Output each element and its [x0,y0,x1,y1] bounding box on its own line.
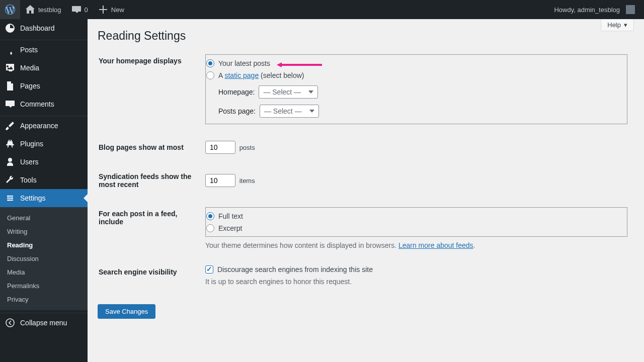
my-account-item[interactable]: Howdy, admin_tesblog [549,0,640,19]
svg-point-1 [12,198,13,199]
caret-down-icon: ▾ [624,21,627,29]
plus-icon [98,5,108,15]
brush-icon [5,121,15,131]
wp-logo-item[interactable] [0,0,20,19]
sidebar-label: Pages [20,82,40,90]
site-name: testblog [38,6,61,14]
sidebar-label: Users [20,158,39,166]
latest-posts-radio[interactable] [206,59,214,67]
sidebar-item-users[interactable]: Users [0,153,88,171]
submenu-item-privacy[interactable]: Privacy [0,293,88,306]
feed-include-label: For each post in a feed, include [99,200,199,257]
svg-point-0 [8,196,9,197]
blog-pages-suffix: posts [239,144,255,151]
static-page-radio[interactable] [206,71,214,79]
posts-page-select-label: Posts page: [218,107,256,115]
pin-icon [5,45,15,55]
static-page-link[interactable]: static page [224,71,259,79]
howdy-text: Howdy, admin_tesblog [554,6,620,14]
sidebar-item-appearance[interactable]: Appearance [0,117,88,135]
syndication-input[interactable] [205,174,235,187]
syndication-suffix: items [239,177,255,185]
search-visibility-label: Search engine visibility [99,258,199,293]
page-wrap: Reading Settings Your homepage displays … [88,19,644,329]
comment-icon [71,5,82,15]
sidebar-item-plugins[interactable]: Plugins [0,135,88,153]
save-button[interactable]: Save Changes [98,304,155,319]
static-page-label[interactable]: A static page (select below) [206,71,627,79]
submenu-item-discussion[interactable]: Discussion [0,252,88,265]
collapse-icon [5,318,15,328]
discourage-label[interactable]: Discourage search engines from indexing … [205,265,628,274]
avatar-icon [626,5,635,14]
main-content: Help ▾ Reading Settings Your homepage di… [88,19,644,329]
help-label: Help [607,21,621,29]
sidebar-item-media[interactable]: Media [0,59,88,77]
full-text-label[interactable]: Full text [206,212,627,220]
separator [0,114,88,116]
feed-description: Your theme determines how content is dis… [205,241,628,249]
full-text-radio[interactable] [206,212,214,220]
sidebar-label: Comments [20,100,54,108]
sidebar-label: Appearance [20,122,58,130]
collapse-menu-item[interactable]: Collapse menu [0,314,88,329]
help-tab[interactable]: Help ▾ [601,19,634,31]
sidebar-label: Tools [20,176,37,184]
homepage-select[interactable]: — Select — [259,85,318,99]
sidebar-item-pages[interactable]: Pages [0,77,88,95]
feed-include-fieldset: Full text Excerpt [205,207,628,237]
excerpt-text: Excerpt [218,224,242,232]
excerpt-label[interactable]: Excerpt [206,224,627,232]
collapse-label: Collapse menu [20,319,67,327]
user-icon [5,157,15,167]
discourage-text: Discourage search engines from indexing … [217,265,373,274]
wordpress-icon [5,5,15,15]
posts-page-select[interactable]: — Select — [260,105,319,118]
comment-icon [5,99,15,109]
separator [0,38,88,40]
home-icon [25,5,35,15]
page-title: Reading Settings [98,24,634,46]
page-icon [5,81,15,91]
sidebar-item-tools[interactable]: Tools [0,171,88,189]
svg-point-3 [6,319,14,327]
comments-item[interactable]: 0 [66,0,93,19]
latest-posts-label[interactable]: Your latest posts [206,59,627,67]
new-label: New [111,6,124,14]
latest-posts-text: Your latest posts [218,59,270,67]
sidebar-item-dashboard[interactable]: Dashboard [0,19,88,37]
new-item[interactable]: New [93,0,129,19]
toolbar-left: testblog 0 New [0,0,129,19]
sidebar-label: Dashboard [20,24,55,32]
site-name-item[interactable]: testblog [20,0,66,19]
discourage-checkbox[interactable] [205,265,213,274]
wrench-icon [5,175,15,185]
blog-pages-label: Blog pages show at most [99,133,199,161]
sidebar-label: Plugins [20,140,43,148]
submenu-item-writing[interactable]: Writing [0,225,88,238]
admin-toolbar: testblog 0 New Howdy, admin_tesblog [0,0,644,19]
full-text-text: Full text [218,212,243,220]
sidebar-label: Posts [20,46,38,54]
submenu-item-general[interactable]: General [0,211,88,225]
submenu-item-permalinks[interactable]: Permalinks [0,279,88,293]
syndication-label: Syndication feeds show the most recent [99,162,199,199]
excerpt-radio[interactable] [206,224,214,232]
sidebar-item-comments[interactable]: Comments [0,95,88,113]
sidebar-item-settings[interactable]: Settings [0,189,88,207]
submenu-item-reading[interactable]: Reading [0,238,88,252]
homepage-displays-label: Your homepage displays [99,47,199,132]
submenu-item-media[interactable]: Media [0,265,88,279]
svg-point-2 [9,200,10,201]
settings-submenu: General Writing Reading Discussion Media… [0,207,88,310]
dashboard-icon [5,23,15,33]
blog-pages-input[interactable] [205,141,235,154]
admin-sidebar: Dashboard Posts Media Pages Comments App… [0,19,88,329]
feeds-link[interactable]: Learn more about feeds [398,241,473,249]
media-icon [5,63,15,73]
settings-table: Your homepage displays Your latest posts [98,46,634,294]
homepage-displays-fieldset: Your latest posts A static page (select … [205,54,628,125]
toolbar-right: Howdy, admin_tesblog [549,0,644,19]
sidebar-item-posts[interactable]: Posts [0,41,88,59]
sidebar-label: Settings [20,194,46,202]
